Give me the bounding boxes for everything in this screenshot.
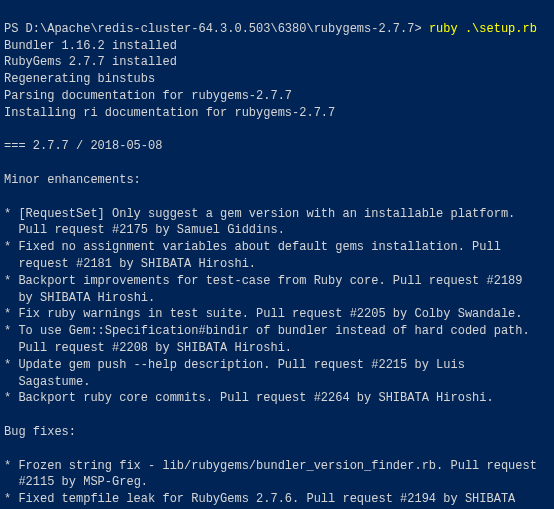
output-line: * Update gem push --help description. Pu… <box>4 358 465 372</box>
command-text: ruby .\setup.rb <box>429 22 537 36</box>
output-line: Regenerating binstubs <box>4 72 155 86</box>
output-line: * Backport improvements for test-case fr… <box>4 274 522 288</box>
output-line: * Backport ruby core commits. Pull reque… <box>4 391 494 405</box>
output-line: Installing ri documentation for rubygems… <box>4 106 335 120</box>
output-line: Bug fixes: <box>4 425 76 439</box>
output-line: by SHIBATA Hiroshi. <box>4 291 155 305</box>
output-line: Bundler 1.16.2 installed <box>4 39 177 53</box>
output-line: RubyGems 2.7.7 installed <box>4 55 177 69</box>
output-line: Pull request #2208 by SHIBATA Hiroshi. <box>4 341 292 355</box>
output-line: * Frozen string fix - lib/rubygems/bundl… <box>4 459 537 473</box>
output-line: * Fixed tempfile leak for RubyGems 2.7.6… <box>4 492 515 506</box>
output-line: #2115 by MSP-Greg. <box>4 475 148 489</box>
output-line: request #2181 by SHIBATA Hiroshi. <box>4 257 256 271</box>
output-line: === 2.7.7 / 2018-05-08 <box>4 139 162 153</box>
output-line: * To use Gem::Specification#bindir of bu… <box>4 324 530 338</box>
output-line: Pull request #2175 by Samuel Giddins. <box>4 223 285 237</box>
output-line: * Fixed no assignment variables about de… <box>4 240 501 254</box>
output-line: Parsing documentation for rubygems-2.7.7 <box>4 89 292 103</box>
terminal-window[interactable]: PS D:\Apache\redis-cluster-64.3.0.503\63… <box>4 4 550 509</box>
prompt-path: PS D:\Apache\redis-cluster-64.3.0.503\63… <box>4 22 422 36</box>
output-line: Minor enhancements: <box>4 173 141 187</box>
output-line: * Fix ruby warnings in test suite. Pull … <box>4 307 522 321</box>
output-line: * [RequestSet] Only suggest a gem versio… <box>4 207 515 221</box>
output-line: Sagastume. <box>4 375 90 389</box>
